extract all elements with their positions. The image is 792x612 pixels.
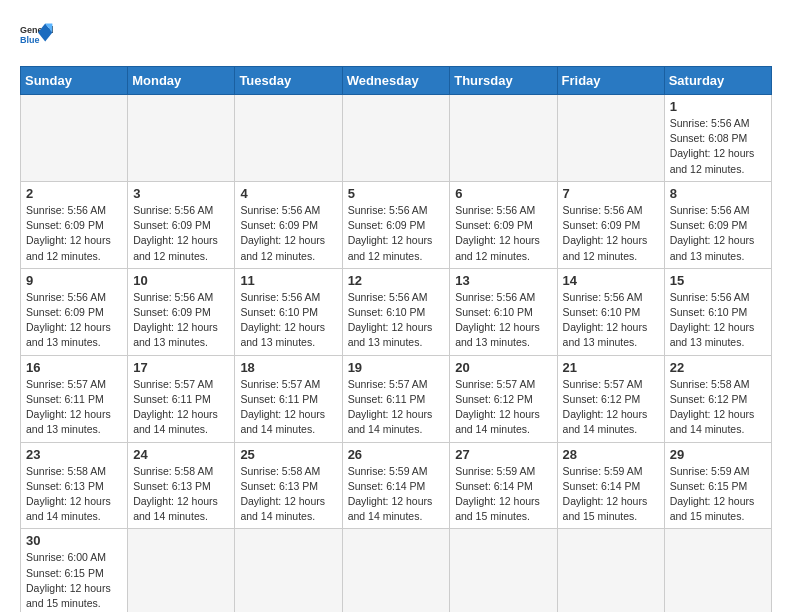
calendar-header-thursday: Thursday	[450, 67, 557, 95]
calendar-cell: 8Sunrise: 5:56 AM Sunset: 6:09 PM Daylig…	[664, 181, 771, 268]
calendar-cell: 10Sunrise: 5:56 AM Sunset: 6:09 PM Dayli…	[128, 268, 235, 355]
calendar-cell	[21, 95, 128, 182]
day-info: Sunrise: 5:59 AM Sunset: 6:14 PM Dayligh…	[348, 464, 445, 525]
day-info: Sunrise: 5:56 AM Sunset: 6:09 PM Dayligh…	[240, 203, 336, 264]
day-number: 7	[563, 186, 659, 201]
day-info: Sunrise: 5:56 AM Sunset: 6:10 PM Dayligh…	[563, 290, 659, 351]
calendar-cell: 28Sunrise: 5:59 AM Sunset: 6:14 PM Dayli…	[557, 442, 664, 529]
calendar-week-row: 1Sunrise: 5:56 AM Sunset: 6:08 PM Daylig…	[21, 95, 772, 182]
day-info: Sunrise: 5:56 AM Sunset: 6:09 PM Dayligh…	[133, 290, 229, 351]
day-number: 12	[348, 273, 445, 288]
day-info: Sunrise: 5:57 AM Sunset: 6:11 PM Dayligh…	[26, 377, 122, 438]
calendar-header-tuesday: Tuesday	[235, 67, 342, 95]
day-info: Sunrise: 5:56 AM Sunset: 6:09 PM Dayligh…	[133, 203, 229, 264]
day-info: Sunrise: 5:57 AM Sunset: 6:11 PM Dayligh…	[133, 377, 229, 438]
logo: GeneralBlue	[20, 20, 56, 56]
day-number: 24	[133, 447, 229, 462]
day-number: 1	[670, 99, 766, 114]
day-number: 16	[26, 360, 122, 375]
day-info: Sunrise: 5:57 AM Sunset: 6:12 PM Dayligh…	[563, 377, 659, 438]
day-info: Sunrise: 5:56 AM Sunset: 6:09 PM Dayligh…	[26, 203, 122, 264]
day-number: 13	[455, 273, 551, 288]
day-info: Sunrise: 5:58 AM Sunset: 6:12 PM Dayligh…	[670, 377, 766, 438]
calendar-cell: 2Sunrise: 5:56 AM Sunset: 6:09 PM Daylig…	[21, 181, 128, 268]
day-number: 22	[670, 360, 766, 375]
calendar-cell: 30Sunrise: 6:00 AM Sunset: 6:15 PM Dayli…	[21, 529, 128, 612]
day-info: Sunrise: 5:57 AM Sunset: 6:11 PM Dayligh…	[348, 377, 445, 438]
calendar-cell: 22Sunrise: 5:58 AM Sunset: 6:12 PM Dayli…	[664, 355, 771, 442]
calendar-cell: 25Sunrise: 5:58 AM Sunset: 6:13 PM Dayli…	[235, 442, 342, 529]
day-number: 6	[455, 186, 551, 201]
day-number: 20	[455, 360, 551, 375]
calendar-cell	[450, 529, 557, 612]
calendar-cell: 1Sunrise: 5:56 AM Sunset: 6:08 PM Daylig…	[664, 95, 771, 182]
calendar-week-row: 23Sunrise: 5:58 AM Sunset: 6:13 PM Dayli…	[21, 442, 772, 529]
calendar-cell: 14Sunrise: 5:56 AM Sunset: 6:10 PM Dayli…	[557, 268, 664, 355]
calendar-cell: 18Sunrise: 5:57 AM Sunset: 6:11 PM Dayli…	[235, 355, 342, 442]
calendar-cell	[235, 529, 342, 612]
day-info: Sunrise: 5:57 AM Sunset: 6:12 PM Dayligh…	[455, 377, 551, 438]
calendar-cell: 16Sunrise: 5:57 AM Sunset: 6:11 PM Dayli…	[21, 355, 128, 442]
day-number: 19	[348, 360, 445, 375]
calendar-header-wednesday: Wednesday	[342, 67, 450, 95]
calendar-cell: 29Sunrise: 5:59 AM Sunset: 6:15 PM Dayli…	[664, 442, 771, 529]
calendar-week-row: 16Sunrise: 5:57 AM Sunset: 6:11 PM Dayli…	[21, 355, 772, 442]
calendar-header-row: SundayMondayTuesdayWednesdayThursdayFrid…	[21, 67, 772, 95]
day-number: 15	[670, 273, 766, 288]
day-number: 14	[563, 273, 659, 288]
day-number: 3	[133, 186, 229, 201]
day-info: Sunrise: 5:57 AM Sunset: 6:11 PM Dayligh…	[240, 377, 336, 438]
calendar-cell: 6Sunrise: 5:56 AM Sunset: 6:09 PM Daylig…	[450, 181, 557, 268]
calendar-cell: 15Sunrise: 5:56 AM Sunset: 6:10 PM Dayli…	[664, 268, 771, 355]
page-header: GeneralBlue	[20, 20, 772, 56]
day-info: Sunrise: 5:56 AM Sunset: 6:10 PM Dayligh…	[455, 290, 551, 351]
day-number: 10	[133, 273, 229, 288]
day-info: Sunrise: 5:58 AM Sunset: 6:13 PM Dayligh…	[240, 464, 336, 525]
day-info: Sunrise: 5:59 AM Sunset: 6:14 PM Dayligh…	[563, 464, 659, 525]
day-info: Sunrise: 5:56 AM Sunset: 6:09 PM Dayligh…	[26, 290, 122, 351]
day-info: Sunrise: 5:56 AM Sunset: 6:09 PM Dayligh…	[670, 203, 766, 264]
calendar-cell: 7Sunrise: 5:56 AM Sunset: 6:09 PM Daylig…	[557, 181, 664, 268]
calendar-header-friday: Friday	[557, 67, 664, 95]
day-number: 30	[26, 533, 122, 548]
day-number: 4	[240, 186, 336, 201]
calendar-cell	[557, 95, 664, 182]
calendar-cell	[342, 95, 450, 182]
day-info: Sunrise: 5:56 AM Sunset: 6:08 PM Dayligh…	[670, 116, 766, 177]
calendar-cell	[235, 95, 342, 182]
calendar-cell	[557, 529, 664, 612]
day-info: Sunrise: 5:56 AM Sunset: 6:10 PM Dayligh…	[240, 290, 336, 351]
calendar-header-sunday: Sunday	[21, 67, 128, 95]
calendar-cell: 12Sunrise: 5:56 AM Sunset: 6:10 PM Dayli…	[342, 268, 450, 355]
calendar-cell	[128, 529, 235, 612]
calendar-cell: 13Sunrise: 5:56 AM Sunset: 6:10 PM Dayli…	[450, 268, 557, 355]
calendar-cell	[342, 529, 450, 612]
day-number: 9	[26, 273, 122, 288]
calendar-header-monday: Monday	[128, 67, 235, 95]
calendar-cell	[664, 529, 771, 612]
calendar-week-row: 30Sunrise: 6:00 AM Sunset: 6:15 PM Dayli…	[21, 529, 772, 612]
day-number: 28	[563, 447, 659, 462]
calendar-week-row: 9Sunrise: 5:56 AM Sunset: 6:09 PM Daylig…	[21, 268, 772, 355]
calendar-cell: 9Sunrise: 5:56 AM Sunset: 6:09 PM Daylig…	[21, 268, 128, 355]
day-number: 25	[240, 447, 336, 462]
day-info: Sunrise: 5:56 AM Sunset: 6:10 PM Dayligh…	[348, 290, 445, 351]
calendar-cell: 19Sunrise: 5:57 AM Sunset: 6:11 PM Dayli…	[342, 355, 450, 442]
calendar-cell: 23Sunrise: 5:58 AM Sunset: 6:13 PM Dayli…	[21, 442, 128, 529]
day-info: Sunrise: 5:56 AM Sunset: 6:10 PM Dayligh…	[670, 290, 766, 351]
calendar-header-saturday: Saturday	[664, 67, 771, 95]
calendar-cell: 11Sunrise: 5:56 AM Sunset: 6:10 PM Dayli…	[235, 268, 342, 355]
day-number: 29	[670, 447, 766, 462]
day-info: Sunrise: 5:56 AM Sunset: 6:09 PM Dayligh…	[455, 203, 551, 264]
svg-text:Blue: Blue	[20, 35, 40, 45]
day-number: 2	[26, 186, 122, 201]
calendar-cell: 4Sunrise: 5:56 AM Sunset: 6:09 PM Daylig…	[235, 181, 342, 268]
calendar-cell: 3Sunrise: 5:56 AM Sunset: 6:09 PM Daylig…	[128, 181, 235, 268]
calendar-cell: 5Sunrise: 5:56 AM Sunset: 6:09 PM Daylig…	[342, 181, 450, 268]
calendar-cell: 17Sunrise: 5:57 AM Sunset: 6:11 PM Dayli…	[128, 355, 235, 442]
day-number: 17	[133, 360, 229, 375]
calendar-cell: 21Sunrise: 5:57 AM Sunset: 6:12 PM Dayli…	[557, 355, 664, 442]
day-number: 8	[670, 186, 766, 201]
day-number: 21	[563, 360, 659, 375]
calendar-cell: 24Sunrise: 5:58 AM Sunset: 6:13 PM Dayli…	[128, 442, 235, 529]
